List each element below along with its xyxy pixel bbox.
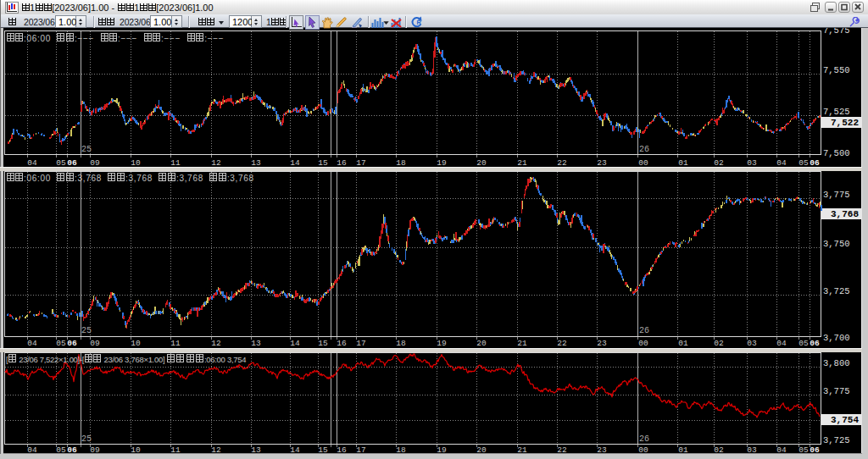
svg-text:21: 21 — [517, 158, 527, 168]
svg-text:05: 05 — [56, 445, 66, 455]
svg-text:04: 04 — [27, 158, 37, 168]
svg-text:09: 09 — [90, 339, 100, 348]
svg-text:04: 04 — [27, 339, 37, 348]
svg-text:02: 02 — [714, 339, 724, 348]
svg-text:25: 25 — [81, 145, 92, 154]
svg-text:05: 05 — [56, 158, 66, 168]
svg-text:00: 00 — [638, 445, 648, 455]
svg-text:06: 06 — [810, 445, 820, 455]
svg-text:10: 10 — [131, 339, 141, 348]
svg-text:3,775: 3,775 — [823, 190, 850, 200]
svg-text:3,754: 3,754 — [831, 415, 859, 425]
svg-text:01: 01 — [678, 158, 688, 168]
svg-text:19: 19 — [437, 445, 447, 455]
svg-text:06: 06 — [810, 339, 820, 348]
svg-text:00: 00 — [638, 158, 648, 168]
svg-text:14: 14 — [290, 158, 300, 168]
svg-text:26: 26 — [639, 434, 649, 444]
svg-text:7,550: 7,550 — [823, 65, 850, 75]
svg-text:06: 06 — [67, 445, 77, 455]
svg-text:13: 13 — [251, 158, 261, 168]
svg-text:17: 17 — [356, 445, 365, 455]
svg-text:7,522: 7,522 — [831, 118, 859, 128]
svg-text:7,575: 7,575 — [823, 28, 850, 36]
svg-text:00: 00 — [638, 339, 648, 348]
svg-text:3,800: 3,800 — [823, 358, 850, 368]
svg-text:22: 22 — [557, 445, 567, 455]
svg-text:03: 03 — [747, 339, 757, 348]
svg-text:19: 19 — [437, 339, 447, 348]
svg-text:03: 03 — [747, 445, 757, 455]
svg-text:05: 05 — [798, 339, 809, 348]
svg-text:3,700: 3,700 — [823, 333, 850, 343]
svg-text:02: 02 — [714, 445, 724, 455]
svg-text:04: 04 — [776, 445, 787, 455]
svg-text:22: 22 — [557, 158, 567, 168]
svg-text:14: 14 — [290, 445, 300, 455]
svg-text:05: 05 — [798, 445, 809, 455]
svg-text:26: 26 — [639, 326, 649, 335]
svg-text:7,500: 7,500 — [823, 148, 850, 158]
svg-text:02: 02 — [714, 158, 724, 168]
svg-text:15: 15 — [318, 445, 328, 455]
svg-text:10: 10 — [131, 158, 141, 168]
svg-text:21: 21 — [517, 445, 527, 455]
svg-text:09: 09 — [90, 158, 100, 168]
svg-text:15: 15 — [318, 158, 328, 168]
svg-text:01: 01 — [678, 445, 688, 455]
svg-text:22: 22 — [557, 339, 567, 348]
svg-text:14: 14 — [290, 339, 300, 348]
svg-text:10: 10 — [131, 445, 141, 455]
svg-text:3,768: 3,768 — [831, 209, 859, 219]
svg-text:25: 25 — [81, 434, 92, 444]
svg-text:20: 20 — [476, 339, 487, 348]
svg-text:04: 04 — [776, 339, 787, 348]
svg-text:09: 09 — [90, 445, 100, 455]
svg-text:12: 12 — [211, 158, 221, 168]
svg-text:06: 06 — [67, 158, 77, 168]
svg-text:3,750: 3,750 — [823, 239, 850, 249]
svg-text:23: 23 — [597, 445, 607, 455]
svg-text:7,525: 7,525 — [823, 107, 850, 117]
svg-text:06: 06 — [67, 339, 77, 348]
svg-text:18: 18 — [396, 339, 406, 348]
svg-text:05: 05 — [56, 339, 66, 348]
svg-text:17: 17 — [356, 339, 365, 348]
svg-text:17: 17 — [356, 158, 365, 168]
svg-text:19: 19 — [437, 158, 447, 168]
svg-text:16: 16 — [337, 158, 347, 168]
svg-text:12: 12 — [211, 339, 221, 348]
svg-text:16: 16 — [337, 339, 347, 348]
svg-text:21: 21 — [517, 339, 527, 348]
svg-text:3,725: 3,725 — [823, 435, 850, 445]
svg-text:20: 20 — [476, 445, 487, 455]
svg-text:13: 13 — [251, 339, 261, 348]
svg-text:13: 13 — [251, 445, 261, 455]
svg-text:03: 03 — [747, 158, 757, 168]
svg-text:18: 18 — [396, 445, 406, 455]
svg-text:01: 01 — [678, 339, 688, 348]
svg-text:04: 04 — [776, 158, 787, 168]
svg-text:04: 04 — [27, 445, 37, 455]
svg-text:18: 18 — [396, 158, 406, 168]
svg-text:R: R — [417, 19, 422, 26]
svg-text:11: 11 — [170, 339, 181, 348]
svg-text:20: 20 — [476, 158, 487, 168]
svg-text:25: 25 — [81, 326, 92, 335]
svg-text:06: 06 — [810, 158, 820, 168]
svg-text:11: 11 — [170, 158, 181, 168]
svg-text:12: 12 — [211, 445, 221, 455]
svg-text:3,725: 3,725 — [823, 286, 850, 296]
svg-text:05: 05 — [798, 158, 809, 168]
svg-text:23: 23 — [597, 339, 607, 348]
svg-text:16: 16 — [337, 445, 347, 455]
svg-text:15: 15 — [318, 339, 328, 348]
svg-text:23: 23 — [597, 158, 607, 168]
svg-text:11: 11 — [170, 445, 181, 455]
svg-text:3,775: 3,775 — [823, 386, 850, 396]
svg-text:26: 26 — [639, 145, 649, 154]
